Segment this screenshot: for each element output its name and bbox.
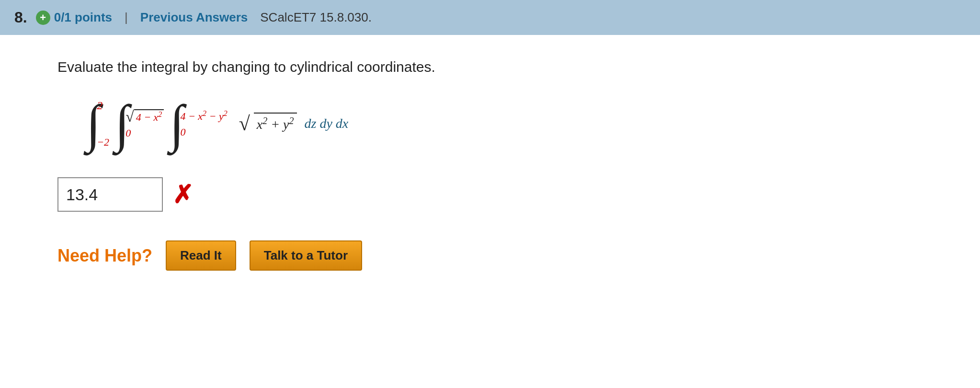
first-integral: ∫ 2 −2: [86, 99, 112, 148]
limit-upper-1: 2: [97, 99, 103, 112]
incorrect-icon: ✗: [172, 180, 194, 209]
divider: |: [125, 10, 128, 25]
second-integral: ∫ √ 4 − x2 0: [115, 100, 167, 148]
problem-statement: Evaluate the integral by changing to cyl…: [57, 59, 951, 75]
question-number: 8.: [14, 9, 27, 26]
limit-lower-3: 0: [180, 126, 185, 138]
second-integral-limits: √ 4 − x2 0: [125, 109, 164, 139]
sqrt-symbol-main: √: [239, 114, 250, 134]
answer-input[interactable]: [57, 177, 163, 212]
question-container: 8. + 0/1 points | Previous Answers SCalc…: [0, 0, 980, 388]
limit-lower-1: −2: [97, 136, 109, 148]
dz-dy-dx: dz dy dx: [305, 116, 349, 131]
problem-reference: SCalcET7 15.8.030.: [260, 10, 372, 25]
points-text: 0/1 points: [54, 10, 112, 25]
math-expression: ∫ 2 −2 ∫ √ 4 − x2 0: [86, 99, 348, 148]
limit-upper-3: 4 − x2 − y2: [180, 109, 227, 123]
integral-display: ∫ 2 −2 ∫ √ 4 − x2 0: [86, 99, 951, 148]
third-integral-limits: 4 − x2 − y2 0: [180, 109, 227, 138]
talk-to-tutor-button[interactable]: Talk to a Tutor: [250, 240, 362, 271]
help-section: Need Help? Read It Talk to a Tutor: [57, 240, 951, 271]
limit-lower-2: 0: [125, 127, 131, 139]
first-integral-limits: 2 −2: [97, 99, 109, 148]
upper-limit-2: √ 4 − x2: [125, 109, 164, 124]
sqrt-content-upper: 4 − x2: [134, 109, 164, 124]
question-header: 8. + 0/1 points | Previous Answers SCalc…: [0, 0, 980, 35]
read-it-button[interactable]: Read It: [166, 240, 236, 271]
answer-section: ✗: [57, 177, 951, 212]
need-help-label: Need Help?: [57, 246, 152, 266]
sqrt-content-main: x2 + y2: [254, 113, 297, 135]
third-integral: ∫ 4 − x2 − y2 0: [170, 100, 233, 148]
previous-answers-link[interactable]: Previous Answers: [140, 10, 248, 25]
question-body: Evaluate the integral by changing to cyl…: [0, 35, 980, 299]
plus-circle-icon: +: [36, 11, 50, 25]
points-badge: + 0/1 points: [36, 10, 112, 25]
integrand: √ x2 + y2 dz dy dx: [239, 113, 349, 135]
